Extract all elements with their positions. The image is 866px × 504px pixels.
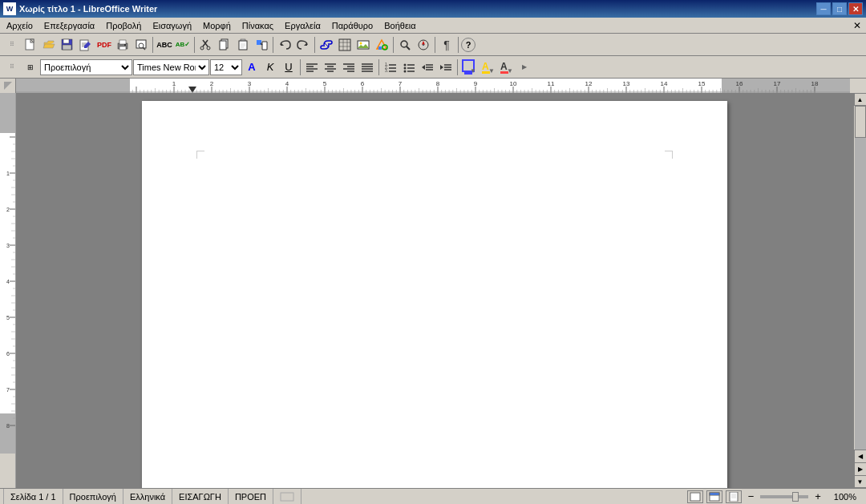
menu-tools[interactable]: Εργαλεία	[280, 18, 326, 33]
zoom-minus-icon[interactable]: −	[748, 491, 755, 502]
menu-view[interactable]: Προβολή	[101, 18, 146, 33]
svg-marker-75	[422, 65, 425, 70]
main-area: ▲ ◀ ▶ ▼	[0, 93, 866, 488]
hyperlink-button[interactable]	[318, 36, 335, 54]
increase-indent-button[interactable]	[437, 58, 455, 76]
maximize-button[interactable]: □	[832, 2, 847, 15]
navigator-button[interactable]	[415, 36, 432, 54]
open-button[interactable]	[40, 36, 58, 54]
insert-picture-icon	[357, 38, 370, 51]
print-button[interactable]	[114, 36, 132, 54]
menu-close-button[interactable]: ✕	[850, 20, 864, 31]
paste-icon	[237, 38, 249, 51]
save-button[interactable]	[59, 36, 76, 54]
align-right-button[interactable]	[340, 58, 358, 76]
svg-rect-24	[239, 41, 247, 50]
scroll-next-page-button[interactable]: ▶	[854, 462, 867, 475]
insert-table-button[interactable]	[336, 36, 354, 54]
justify-button[interactable]	[358, 58, 376, 76]
menu-edit[interactable]: Επεξεργασία	[39, 18, 99, 33]
font-color-button[interactable]: A ▼	[497, 58, 515, 76]
print-preview-button[interactable]	[132, 36, 150, 54]
svg-point-20	[207, 46, 210, 50]
find-icon	[399, 38, 411, 51]
scroll-up-button[interactable]: ▲	[854, 93, 867, 106]
print-view-button[interactable]	[726, 490, 742, 503]
close-button[interactable]: ✕	[848, 2, 863, 15]
toolbar-separator-5	[393, 37, 394, 53]
vertical-ruler-canvas	[0, 93, 16, 454]
show-draw-button[interactable]	[373, 36, 391, 54]
style-status: Προεπιλογή	[63, 489, 123, 504]
bold-button[interactable]: A	[243, 58, 261, 76]
normal-view-button[interactable]	[687, 490, 703, 503]
title-bar-left: W Χωρίς τίτλο 1 - LibreOffice Writer	[3, 2, 157, 15]
scroll-down-button[interactable]: ▼	[854, 475, 867, 488]
border-color-button[interactable]: ▼	[460, 58, 478, 76]
increase-indent-icon	[439, 62, 452, 73]
navigator-icon	[417, 38, 430, 51]
align-left-button[interactable]	[303, 58, 321, 76]
more-button[interactable]: ▶	[516, 58, 533, 76]
decrease-indent-icon	[421, 62, 434, 73]
insert-mode-status[interactable]: ΕΙΣΑΓΩΓΗ	[172, 489, 229, 504]
new-doc-button[interactable]	[22, 36, 39, 54]
cut-button[interactable]	[197, 36, 215, 54]
formatting-grip: ⠿	[3, 58, 21, 76]
page-margin-top-right	[665, 151, 673, 159]
align-right-icon	[342, 62, 355, 73]
ruler-corner-icon	[2, 80, 14, 91]
menu-insert[interactable]: Εισαγωγή	[148, 18, 196, 33]
document-page[interactable]	[142, 101, 727, 488]
highlight-button[interactable]: A ▼	[479, 58, 496, 76]
zoom-thumb[interactable]	[792, 492, 799, 502]
find-button[interactable]	[396, 36, 414, 54]
bullets-button[interactable]	[400, 58, 418, 76]
undo-button[interactable]	[276, 36, 293, 54]
align-center-button[interactable]	[322, 58, 339, 76]
scroll-track	[855, 106, 866, 450]
border-dropdown-arrow: ▼	[470, 67, 476, 75]
svg-point-71	[404, 67, 407, 69]
document-area[interactable]	[16, 93, 853, 488]
font-color-dropdown-arrow: ▼	[507, 67, 513, 75]
svg-rect-14	[136, 40, 146, 48]
zoom-plus-icon[interactable]: +	[815, 491, 821, 502]
font-name-select[interactable]: Times New Roman	[133, 59, 209, 75]
zoom-slider[interactable]	[760, 495, 808, 498]
insert-picture-button[interactable]	[354, 36, 372, 54]
scroll-thumb[interactable]	[855, 106, 866, 138]
menu-format[interactable]: Μορφή	[198, 18, 236, 33]
redo-button[interactable]	[294, 36, 312, 54]
menu-file[interactable]: Αρχείο	[2, 18, 38, 33]
numbering-button[interactable]: 1.2.3.	[382, 58, 399, 76]
web-view-button[interactable]	[706, 490, 722, 503]
spellcheck-button[interactable]: ABC	[156, 36, 173, 54]
menu-help[interactable]: Βοήθεια	[379, 18, 420, 33]
help-button[interactable]: ?	[461, 38, 475, 52]
paragraph-style-select[interactable]: Προεπιλογή	[40, 59, 132, 75]
menu-table[interactable]: Πίνακας	[237, 18, 278, 33]
vertical-scrollbar[interactable]: ▲ ◀ ▶ ▼	[853, 93, 866, 488]
decrease-indent-button[interactable]	[419, 58, 436, 76]
nonprinting-button[interactable]: ¶	[438, 36, 455, 54]
autocorrect-button[interactable]: AB✓	[174, 36, 192, 54]
italic-button[interactable]: K	[261, 58, 279, 76]
ruler-container	[0, 79, 866, 93]
scroll-prev-page-button[interactable]: ◀	[854, 450, 867, 462]
selection-mode-status[interactable]: ΠΡΟΕΠ	[229, 489, 273, 504]
underline-button[interactable]: U	[280, 58, 297, 76]
paste-button[interactable]	[234, 36, 252, 54]
font-size-select[interactable]: 12	[210, 59, 242, 75]
edit-doc-button[interactable]	[77, 36, 95, 54]
status-bar: Σελίδα 1 / 1 Προεπιλογή Ελληνικά ΕΙΣΑΓΩΓ…	[0, 488, 866, 504]
menu-window[interactable]: Παράθυρο	[327, 18, 378, 33]
app-icon: W	[3, 2, 16, 15]
svg-marker-79	[440, 65, 443, 70]
minimize-button[interactable]: ─	[816, 2, 831, 15]
svg-point-73	[404, 70, 407, 72]
copy-button[interactable]	[216, 36, 233, 54]
record-changes-icon	[280, 491, 294, 502]
export-pdf-button[interactable]: PDF	[95, 36, 113, 54]
format-clone-button[interactable]	[253, 36, 270, 54]
